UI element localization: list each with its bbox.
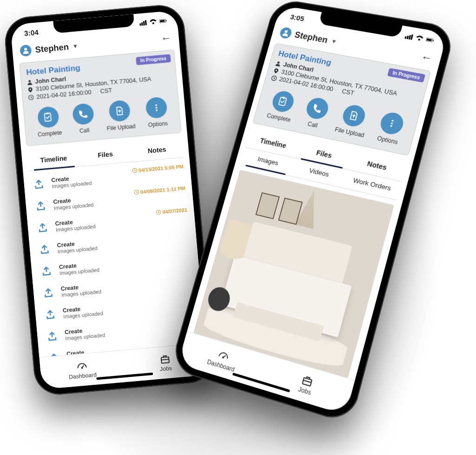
back-button[interactable]: ← — [160, 32, 172, 45]
briefcase-icon — [159, 353, 171, 364]
action-complete[interactable]: Complete — [266, 89, 298, 124]
avatar — [20, 45, 32, 57]
file-upload-icon — [348, 110, 360, 121]
action-file-upload[interactable]: File Upload — [334, 103, 372, 139]
tab-timeline[interactable]: Timeline — [27, 148, 80, 171]
gauge-icon — [76, 361, 87, 372]
action-label: Call — [79, 127, 89, 134]
nav-label: Dashboard — [69, 371, 97, 380]
user-name: Stephen — [35, 42, 69, 55]
status-time: 3:04 — [24, 28, 39, 37]
battery-icon — [425, 36, 435, 43]
wifi-icon — [149, 19, 157, 25]
upload-icon — [39, 264, 54, 279]
user-name: Stephen — [293, 30, 329, 45]
upload-icon — [43, 307, 58, 322]
action-label: File Upload — [334, 126, 365, 138]
clock-icon — [28, 94, 34, 100]
pin-icon — [27, 87, 33, 92]
clock-icon — [134, 190, 139, 195]
file-upload-icon — [115, 106, 125, 116]
clock-icon — [156, 210, 161, 215]
upload-icon — [40, 285, 56, 300]
action-label: Complete — [38, 129, 62, 138]
job-card: In Progress Hotel Painting John Charl 31… — [19, 50, 181, 146]
battery-icon — [159, 18, 167, 24]
upload-icon — [37, 242, 52, 257]
upload-icon — [45, 329, 60, 344]
upload-icon — [35, 220, 50, 235]
chevron-down-icon: ▼ — [331, 38, 338, 45]
clock-icon — [132, 168, 137, 173]
action-complete[interactable]: Complete — [35, 106, 62, 138]
action-call[interactable]: Call — [301, 96, 330, 130]
action-label: File Upload — [106, 123, 136, 132]
chevron-down-icon: ▼ — [72, 43, 78, 50]
pin-icon — [273, 68, 279, 74]
action-label: Call — [307, 120, 318, 129]
nav-dashboard[interactable]: Dashboard — [40, 350, 126, 389]
action-label: Complete — [266, 112, 291, 123]
timeline-list[interactable]: CreateImages uploaded04/13/2021 5:05 PMC… — [23, 157, 205, 357]
signal-icon — [139, 20, 147, 26]
status-time: 3:05 — [290, 13, 305, 22]
more-vertical-icon — [152, 103, 162, 113]
avatar — [279, 26, 293, 39]
clipboard-check-icon — [43, 112, 53, 122]
phone-icon — [78, 109, 88, 119]
action-options[interactable]: Options — [376, 111, 406, 146]
action-label: Options — [148, 120, 168, 128]
more-vertical-icon — [386, 118, 398, 129]
action-label: Options — [377, 135, 399, 146]
action-call[interactable]: Call — [72, 103, 95, 135]
signal-icon — [404, 33, 414, 40]
person-icon — [27, 79, 33, 85]
gauge-icon — [217, 349, 230, 363]
back-button[interactable]: ← — [420, 51, 434, 65]
upload-icon — [31, 177, 46, 192]
phone-icon — [311, 103, 323, 114]
phone-right: 3:05 Stephen ▼ ← In Progress Hotel Paint… — [170, 0, 456, 424]
upload-icon — [33, 198, 48, 213]
wifi-icon — [415, 35, 424, 42]
clipboard-check-icon — [278, 96, 289, 107]
action-options[interactable]: Options — [145, 96, 168, 128]
briefcase-icon — [301, 374, 315, 388]
person-icon — [275, 60, 282, 66]
nav-label: Jobs — [159, 364, 172, 372]
clock-icon — [271, 75, 278, 81]
action-file-upload[interactable]: File Upload — [105, 99, 136, 132]
